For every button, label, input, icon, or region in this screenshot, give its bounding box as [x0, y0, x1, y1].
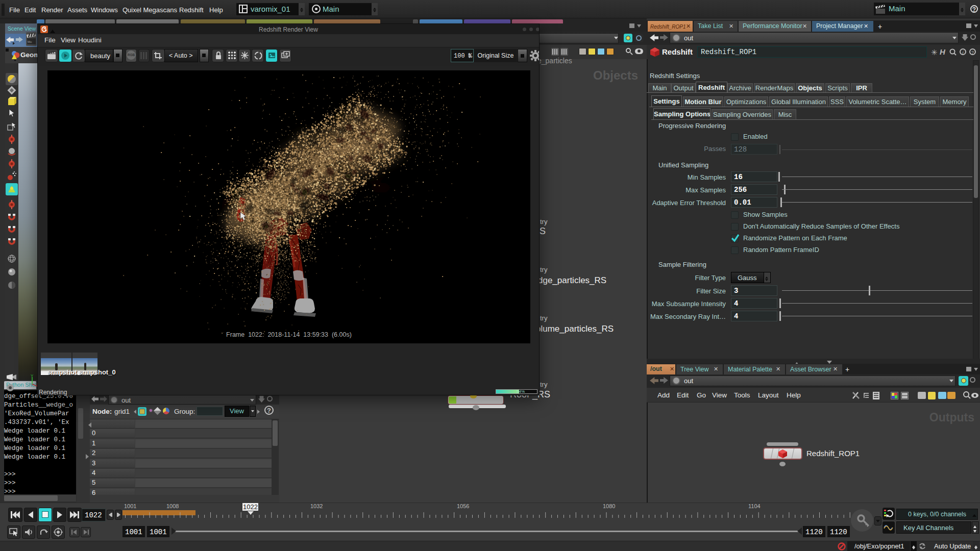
svg-text:Mo: Mo [28, 40, 32, 43]
svg-text:Y: Y [31, 374, 34, 378]
